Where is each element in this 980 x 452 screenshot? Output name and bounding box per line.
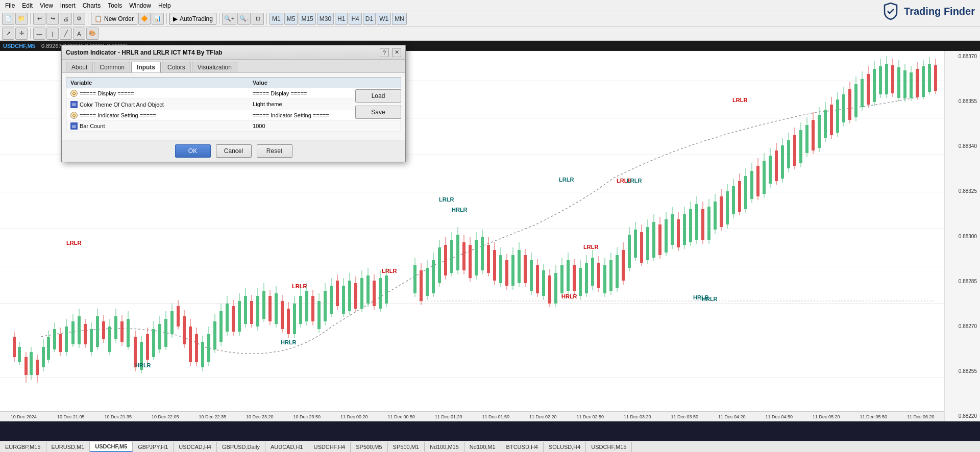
properties-button[interactable]: ⚙ <box>73 13 85 25</box>
chart-label-hrlr-4: HRLR <box>561 293 577 299</box>
indicators-button[interactable]: 📊 <box>152 13 164 25</box>
row-icon-2: ▤ Color Theme Of Chart And Object <box>70 101 164 108</box>
tab-btcusd-h4[interactable]: BTCUSD,H4 <box>501 442 544 452</box>
menu-bar: File Edit View Insert Charts Tools Windo… <box>0 0 980 11</box>
redo-button[interactable]: ↪ <box>46 13 59 25</box>
tab-gbpjpy-h1[interactable]: GBPJPY,H1 <box>133 442 174 452</box>
tab-nd100-m15[interactable]: Nd100,M15 <box>425 442 464 452</box>
cell-var-3: ☺ ===== Indicator Setting ===== <box>66 110 249 120</box>
tab-gbpusd-daily[interactable]: GBPUSD,Daily <box>217 442 265 452</box>
menu-file[interactable]: File <box>2 2 18 10</box>
ok-button[interactable]: OK <box>175 144 211 158</box>
menu-charts[interactable]: Charts <box>80 2 104 10</box>
menu-help[interactable]: Help <box>155 2 174 10</box>
color-picker[interactable]: 🎨 <box>86 28 99 40</box>
fit-button[interactable]: ⊡ <box>252 13 264 25</box>
table-row: ▤ Color Theme Of Chart And Object Light … <box>66 99 401 110</box>
tab-colors[interactable]: Colors <box>162 62 191 72</box>
hline-tool[interactable]: — <box>33 28 45 40</box>
reset-button[interactable]: Reset <box>257 144 292 158</box>
menu-tools[interactable]: Tools <box>105 2 125 10</box>
price-symbol: USDCHF,M5 <box>3 43 35 49</box>
autotrading-icon: ▶ <box>173 15 178 22</box>
table-row: ☺ ===== Indicator Setting ===== ===== In… <box>66 110 401 120</box>
tab-usdchf-h4[interactable]: USDCHF,H4 <box>308 442 351 452</box>
price-axis: 0.88370 0.88355 0.88340 0.88325 0.88300 … <box>944 51 980 421</box>
time-label-3: 10 Dec 21:35 <box>94 414 142 419</box>
tab-nd100-m1[interactable]: Nd100,M1 <box>464 442 501 452</box>
chart-label-lrlr-2: LRLR <box>292 283 307 289</box>
time-label-17: 11 Dec 04:50 <box>755 414 803 419</box>
open-button[interactable]: 📁 <box>15 13 28 25</box>
menu-edit[interactable]: Edit <box>19 2 36 10</box>
vline-tool[interactable]: | <box>46 28 59 40</box>
new-order-button[interactable]: 📋 New Order <box>91 13 137 25</box>
autotrading-button[interactable]: ▶ AutoTrading <box>169 13 216 25</box>
row-icon-3: ☺ ===== Indicator Setting ===== <box>70 112 156 119</box>
zoom-in-button[interactable]: 🔍+ <box>222 13 236 25</box>
table-row: ☺ ===== Display ===== ===== Display ====… <box>66 88 401 99</box>
time-label-11: 11 Dec 01:50 <box>472 414 520 419</box>
modal-help-button[interactable]: ? <box>380 48 389 57</box>
cell-val-4[interactable]: 1000 <box>249 120 401 132</box>
tab-usdchf-m15[interactable]: USDCHF,M15 <box>586 442 632 452</box>
modal-close-button[interactable]: ✕ <box>392 48 401 57</box>
time-label-13: 11 Dec 02:50 <box>567 414 614 419</box>
row-icon-4: ▤ Bar Count <box>70 122 105 130</box>
bottom-tabs-bar: EURGBP,M15 EURUSD,M1 USDCHF,M5 GBPJPY,H1… <box>0 441 980 452</box>
tf-m30[interactable]: M30 <box>317 13 334 25</box>
autotrading-label: AutoTrading <box>180 15 213 22</box>
trend-tool[interactable]: ╱ <box>60 28 72 40</box>
tab-audcad-h1[interactable]: AUDCAD,H1 <box>265 442 309 452</box>
time-label-16: 11 Dec 04:20 <box>708 414 756 419</box>
tab-solusd-h4[interactable]: SOLUSD,H4 <box>544 442 586 452</box>
text-tool[interactable]: A <box>73 28 85 40</box>
zoom-out-button[interactable]: 🔍- <box>237 13 251 25</box>
tab-usdchf-m5[interactable]: USDCHF,M5 <box>90 442 133 452</box>
save-button[interactable]: Save <box>355 106 401 119</box>
tab-sp500-m5[interactable]: SP500,M5 <box>351 442 387 452</box>
tf-h4[interactable]: H4 <box>349 13 361 25</box>
tab-about[interactable]: About <box>66 62 93 72</box>
sep6 <box>30 28 31 39</box>
menu-window[interactable]: Window <box>126 2 154 10</box>
cancel-button[interactable]: Cancel <box>216 144 252 158</box>
cell-var-2: ▤ Color Theme Of Chart And Object <box>66 99 249 110</box>
tf-m1[interactable]: M1 <box>270 13 283 25</box>
chart-label-lrlr-8: LRLR <box>627 178 642 184</box>
chart-icon-1: ▤ <box>70 101 78 108</box>
menu-insert[interactable]: Insert <box>57 2 79 10</box>
tf-m15[interactable]: M15 <box>299 13 315 25</box>
tab-visualization[interactable]: Visualization <box>192 62 237 72</box>
time-label-7: 10 Dec 23:50 <box>283 414 331 419</box>
price-label-8: 0.88255 <box>946 368 979 374</box>
time-label-15: 11 Dec 03:50 <box>661 414 708 419</box>
time-label-14: 11 Dec 03:20 <box>614 414 662 419</box>
arrow-tool[interactable]: ↗ <box>2 28 14 40</box>
tf-m5[interactable]: M5 <box>284 13 298 25</box>
menu-view[interactable]: View <box>37 2 56 10</box>
sep1 <box>30 13 31 24</box>
tf-d1[interactable]: D1 <box>363 13 376 25</box>
price-label-5: 0.88300 <box>946 234 979 239</box>
tab-inputs[interactable]: Inputs <box>131 62 161 72</box>
price-label-1: 0.88370 <box>946 54 979 59</box>
print-button[interactable]: 🖨 <box>60 13 72 25</box>
tf-w1[interactable]: W1 <box>377 13 391 25</box>
new-button[interactable]: 📄 <box>2 13 14 25</box>
smiley-icon-1: ☺ <box>70 90 78 97</box>
tf-mn[interactable]: MN <box>392 13 407 25</box>
undo-button[interactable]: ↩ <box>33 13 45 25</box>
tab-common[interactable]: Common <box>94 62 130 72</box>
modal-titlebar: Custom Indicator - HRLR and LRLR ICT MT4… <box>62 45 405 60</box>
chart-label-hrlr-3: HRLR <box>452 207 468 213</box>
tab-usdcad-h4[interactable]: USDCAD,H4 <box>174 442 217 452</box>
load-button[interactable]: Load <box>355 89 401 103</box>
tab-sp500-m1[interactable]: SP500,M1 <box>388 442 425 452</box>
modal-title: Custom Indicator - HRLR and LRLR ICT MT4… <box>66 49 223 56</box>
tab-eurusd-m1[interactable]: EURUSD,M1 <box>46 442 90 452</box>
crosshair-tool[interactable]: ✛ <box>15 28 28 40</box>
tab-eurgbp-m15[interactable]: EURGBP,M15 <box>0 442 46 452</box>
tf-h1[interactable]: H1 <box>335 13 348 25</box>
chart-wizard-button[interactable]: 🔶 <box>138 13 151 25</box>
